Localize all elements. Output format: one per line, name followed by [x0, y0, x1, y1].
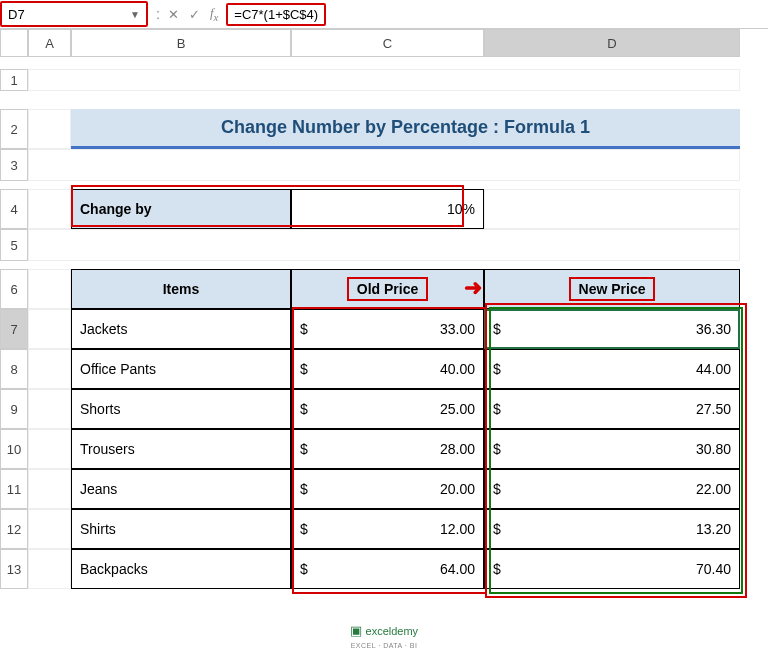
col-header-a[interactable]: A [28, 29, 71, 57]
cell[interactable] [28, 349, 71, 389]
new-price-cell[interactable]: $22.00 [484, 469, 740, 509]
cell[interactable] [28, 229, 740, 261]
footer-logo: ▣ exceldemy EXCEL · DATA · BI [0, 623, 768, 650]
cell[interactable] [28, 69, 740, 91]
col-header-b[interactable]: B [71, 29, 291, 57]
item-cell[interactable]: Jeans [71, 469, 291, 509]
old-price-cell[interactable]: $40.00 [291, 349, 484, 389]
corner-cell[interactable] [0, 29, 28, 57]
arrow-icon: ➜ [464, 275, 482, 301]
cell-reference: D7 [8, 7, 25, 22]
row-header-13[interactable]: 13 [0, 549, 28, 589]
name-box[interactable]: D7 ▼ [0, 1, 148, 27]
old-price-cell[interactable]: $25.00 [291, 389, 484, 429]
row-header-4[interactable]: 4 [0, 189, 28, 229]
new-price-cell[interactable]: $36.30 [484, 309, 740, 349]
row-header-6[interactable]: 6 [0, 269, 28, 309]
new-price-cell[interactable]: $44.00 [484, 349, 740, 389]
old-price-cell[interactable]: $20.00 [291, 469, 484, 509]
row-header-5[interactable]: 5 [0, 229, 28, 261]
new-price-cell[interactable]: $70.40 [484, 549, 740, 589]
item-cell[interactable]: Jackets [71, 309, 291, 349]
item-cell[interactable]: Trousers [71, 429, 291, 469]
row-header-7[interactable]: 7 [0, 309, 28, 349]
cancel-icon[interactable]: ✕ [168, 7, 179, 22]
old-price-cell[interactable]: $64.00 [291, 549, 484, 589]
separator: : [148, 6, 168, 22]
cell[interactable] [28, 109, 71, 149]
new-price-cell[interactable]: $27.50 [484, 389, 740, 429]
row-header-9[interactable]: 9 [0, 389, 28, 429]
item-cell[interactable]: Shorts [71, 389, 291, 429]
old-price-cell[interactable]: $33.00 [291, 309, 484, 349]
cell[interactable] [28, 389, 71, 429]
fx-icon[interactable]: fx [210, 5, 218, 23]
row-header-8[interactable]: 8 [0, 349, 28, 389]
header-new-price[interactable]: New Price [484, 269, 740, 309]
chevron-down-icon[interactable]: ▼ [130, 9, 140, 20]
row-header-2[interactable]: 2 [0, 109, 28, 149]
cell[interactable] [484, 189, 740, 229]
col-header-d[interactable]: D [484, 29, 740, 57]
col-header-c[interactable]: C [291, 29, 484, 57]
row-header-3[interactable]: 3 [0, 149, 28, 181]
new-price-cell[interactable]: $30.80 [484, 429, 740, 469]
cell[interactable] [28, 509, 71, 549]
new-price-cell[interactable]: $13.20 [484, 509, 740, 549]
cell[interactable] [28, 469, 71, 509]
change-by-label[interactable]: Change by [71, 189, 291, 229]
cell[interactable] [28, 269, 71, 309]
item-cell[interactable]: Backpacks [71, 549, 291, 589]
formula-input[interactable]: =C7*(1+$C$4) [226, 3, 326, 26]
title-cell[interactable]: Change Number by Percentage : Formula 1 [71, 109, 740, 149]
formula-bar-icons: ✕ ✓ fx [168, 5, 218, 23]
header-old-price[interactable]: Old Price [291, 269, 484, 309]
confirm-icon[interactable]: ✓ [189, 7, 200, 22]
item-cell[interactable]: Shirts [71, 509, 291, 549]
row-header-10[interactable]: 10 [0, 429, 28, 469]
change-by-value[interactable]: 10% [291, 189, 484, 229]
header-items[interactable]: Items [71, 269, 291, 309]
cell[interactable] [28, 149, 740, 181]
cell[interactable] [28, 189, 71, 229]
item-cell[interactable]: Office Pants [71, 349, 291, 389]
row-header-12[interactable]: 12 [0, 509, 28, 549]
cell[interactable] [28, 309, 71, 349]
row-header-1[interactable]: 1 [0, 69, 28, 91]
formula-bar: D7 ▼ : ✕ ✓ fx =C7*(1+$C$4) [0, 0, 768, 29]
cell[interactable] [28, 549, 71, 589]
old-price-cell[interactable]: $28.00 [291, 429, 484, 469]
spreadsheet-grid: A B C D 1 2 Change Number by Percentage … [0, 29, 768, 589]
row-header-11[interactable]: 11 [0, 469, 28, 509]
old-price-cell[interactable]: $12.00 [291, 509, 484, 549]
cell[interactable] [28, 429, 71, 469]
